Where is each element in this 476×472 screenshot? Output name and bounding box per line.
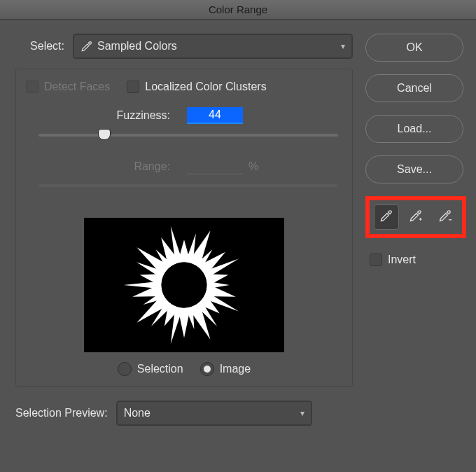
image-radio-label: Image — [220, 363, 251, 375]
eyedropper-add-tool[interactable] — [403, 204, 428, 230]
localized-clusters-checkbox[interactable]: Localized Color Clusters — [127, 81, 266, 93]
load-button[interactable]: Load... — [365, 115, 463, 143]
selection-radio[interactable]: Selection — [118, 362, 183, 376]
eyedropper-tool[interactable] — [374, 204, 399, 230]
detect-faces-checkbox: Detect Faces — [26, 81, 110, 93]
select-label: Select: — [15, 40, 64, 53]
invert-label: Invert — [388, 254, 416, 266]
fuzziness-input[interactable]: 44 — [187, 107, 243, 124]
options-fieldset: Detect Faces Localized Color Clusters Fu… — [15, 69, 353, 387]
invert-checkbox[interactable]: Invert — [370, 254, 463, 266]
radio-button — [118, 362, 132, 376]
fuzziness-label: Fuzziness: — [26, 109, 187, 122]
eyedropper-icon — [379, 209, 393, 225]
range-unit: % — [248, 160, 258, 173]
checkbox-box — [370, 254, 382, 266]
chevron-down-icon: ▾ — [300, 408, 304, 418]
range-slider — [38, 180, 338, 198]
ok-button[interactable]: OK — [365, 34, 463, 62]
selection-preview-dropdown[interactable]: None ▾ — [116, 401, 312, 426]
window-titlebar: Color Range — [0, 0, 476, 20]
selection-preview-value: None — [124, 407, 300, 419]
radio-button — [200, 362, 214, 376]
slider-thumb[interactable] — [98, 129, 111, 140]
eyedropper-subtract-tool[interactable] — [433, 204, 458, 230]
eyedropper-plus-icon — [409, 209, 423, 225]
svg-point-29 — [162, 263, 207, 308]
selection-radio-label: Selection — [137, 363, 183, 375]
fuzziness-slider[interactable] — [38, 130, 338, 148]
checkbox-box — [127, 81, 139, 93]
eyedropper-icon — [80, 40, 97, 53]
selection-preview-label: Selection Preview: — [15, 407, 108, 419]
range-label: Range: — [26, 160, 187, 173]
localized-clusters-label: Localized Color Clusters — [145, 81, 266, 93]
cancel-button[interactable]: Cancel — [365, 74, 463, 102]
eyedropper-tools-highlight — [365, 196, 466, 238]
chevron-down-icon: ▾ — [341, 41, 345, 51]
preview-image — [84, 218, 284, 352]
checkbox-box — [26, 81, 38, 93]
range-input — [187, 159, 243, 174]
select-value: Sampled Colors — [97, 40, 341, 53]
detect-faces-label: Detect Faces — [44, 81, 110, 93]
eyedropper-minus-icon — [438, 209, 452, 225]
select-dropdown[interactable]: Sampled Colors ▾ — [73, 34, 353, 59]
image-radio[interactable]: Image — [200, 362, 251, 376]
save-button[interactable]: Save... — [365, 155, 463, 183]
window-title: Color Range — [209, 4, 267, 15]
